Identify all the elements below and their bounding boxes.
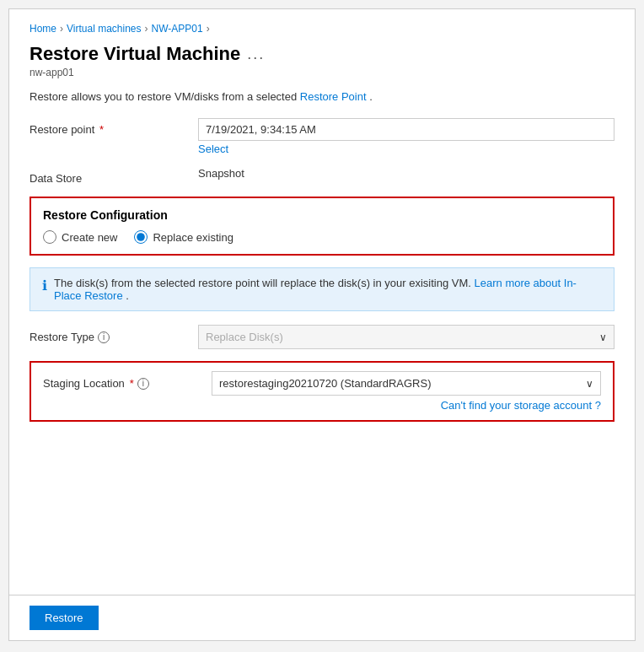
staging-inner: Staging Location * i restorestaging20210… (43, 371, 601, 396)
page-subtitle: nw-app01 (30, 67, 614, 78)
staging-location-value: restorestaging20210720 (StandardRAGRS) (219, 377, 431, 390)
staging-location-label: Staging Location * i (43, 377, 212, 390)
info-pre-text: The disk(s) from the selected restore po… (54, 277, 475, 289)
breadcrumb-sep-3: › (207, 23, 210, 35)
staging-chevron-icon: ∨ (586, 378, 593, 390)
restore-type-row: Restore Type i Replace Disk(s) ∨ (30, 325, 614, 349)
restore-button[interactable]: Restore (30, 606, 99, 630)
create-new-radio[interactable] (43, 230, 56, 244)
data-store-row: Data Store Snapshot (30, 167, 614, 185)
footer-bar: Restore (9, 595, 635, 640)
breadcrumb-sep-2: › (145, 23, 148, 35)
breadcrumb-sep-1: › (60, 23, 63, 35)
breadcrumb-virtual-machines[interactable]: Virtual machines (67, 23, 142, 35)
restore-type-placeholder: Replace Disk(s) (206, 331, 283, 343)
restore-type-select: Replace Disk(s) ∨ (198, 325, 614, 349)
staging-location-select[interactable]: restorestaging20210720 (StandardRAGRS) ∨ (212, 371, 601, 396)
required-indicator: * (99, 123, 104, 136)
restore-type-label: Restore Type i (30, 331, 198, 343)
description-post: . (369, 90, 373, 103)
select-restore-point-link[interactable]: Select (198, 143, 228, 155)
data-store-static: Snapshot (198, 162, 244, 180)
data-store-value: Snapshot (198, 167, 614, 180)
restore-point-input[interactable] (198, 118, 614, 141)
cant-find-link-row: Can't find your storage account ? (43, 399, 601, 412)
restore-type-chevron-icon: ∨ (599, 331, 607, 343)
staging-required: * (130, 377, 134, 390)
breadcrumb: Home › Virtual machines › NW-APP01 › (30, 23, 614, 35)
create-new-label: Create new (62, 231, 117, 244)
create-new-option[interactable]: Create new (43, 230, 117, 244)
restore-configuration-section: Restore Configuration Create new Replace… (30, 197, 614, 256)
restore-point-label: Restore point * (30, 118, 198, 136)
page-title: Restore Virtual Machine ... (30, 43, 614, 65)
restore-point-link[interactable]: Restore Point (300, 90, 367, 103)
page-description: Restore allows you to restore VM/disks f… (30, 90, 614, 103)
page-title-text: Restore Virtual Machine (30, 43, 240, 65)
restore-type-info-icon[interactable]: i (98, 331, 110, 343)
restore-point-row: Restore point * Select (30, 118, 614, 155)
cant-find-storage-link[interactable]: Can't find your storage account ? (441, 399, 601, 412)
replace-existing-option[interactable]: Replace existing (134, 230, 233, 244)
replace-existing-radio[interactable] (134, 230, 148, 244)
data-store-label: Data Store (30, 167, 198, 185)
restore-type-radio-group: Create new Replace existing (43, 230, 601, 244)
info-banner: ℹ The disk(s) from the selected restore … (30, 267, 614, 311)
breadcrumb-home[interactable]: Home (30, 23, 56, 35)
info-icon: ℹ (42, 278, 47, 294)
replace-existing-label: Replace existing (153, 231, 233, 244)
description-pre: Restore allows you to restore VM/disks f… (30, 90, 300, 103)
more-actions-icon[interactable]: ... (247, 46, 265, 63)
restore-point-control: Select (198, 118, 614, 155)
info-banner-text: The disk(s) from the selected restore po… (54, 277, 602, 302)
info-post-text: . (126, 289, 129, 302)
breadcrumb-nw-app01[interactable]: NW-APP01 (152, 23, 203, 35)
restore-config-title: Restore Configuration (43, 208, 601, 222)
staging-info-icon[interactable]: i (137, 378, 149, 390)
staging-location-section: Staging Location * i restorestaging20210… (30, 361, 614, 422)
